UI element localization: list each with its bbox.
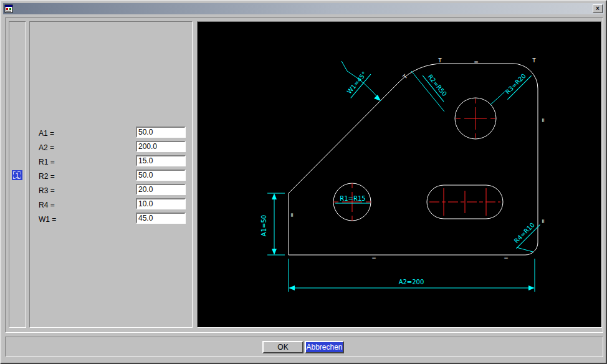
content-frame: 1 A1 = A2 = R1 = R2 = [5, 17, 603, 333]
dialog-window: × 1 A1 = A2 = R1 = R2 [0, 0, 607, 364]
parameter-rows: A1 = A2 = R1 = R2 = R3 = [30, 127, 192, 227]
r2-label: R2 = [39, 172, 55, 181]
r3-label: R3 = [39, 186, 55, 195]
dim-a1: A1=50 [260, 215, 267, 236]
equal-glyph: = [371, 254, 376, 261]
a2-label: A2 = [39, 143, 54, 152]
equal-glyph: = [289, 213, 295, 218]
w1-label: W1 = [39, 215, 56, 224]
param-row-r3: R3 = [30, 184, 192, 198]
a1-arrow-bottom [272, 249, 277, 255]
param-row-r4: R4 = [30, 198, 192, 213]
a1-arrow-top [272, 193, 277, 199]
page-tab-1[interactable]: 1 [12, 170, 22, 180]
r3-input[interactable] [136, 184, 186, 195]
app-icon [4, 4, 13, 13]
equal-glyph: = [474, 59, 479, 65]
a1-input[interactable] [136, 127, 186, 138]
plate-outline [289, 64, 538, 255]
tangent-glyph: T [532, 57, 536, 64]
r4-label: R4 = [39, 201, 55, 209]
cad-preview-drawing: A1=50 A2=200 W1=45° R2=R50 R3=R20 R1=R15… [198, 22, 601, 327]
equal-glyph: = [504, 254, 509, 261]
r2-input[interactable] [136, 170, 186, 181]
cancel-button[interactable]: Abbrechen [305, 341, 344, 353]
dim-r1: R1=R15 [340, 195, 365, 202]
equal-glyph: = [540, 219, 547, 224]
r1-label: R1 = [39, 158, 55, 166]
close-icon: × [596, 6, 600, 12]
param-row-r2: R2 = [30, 170, 192, 184]
r1-input[interactable] [136, 155, 186, 166]
param-row-r1: R1 = [30, 155, 192, 170]
tangent-glyph: T [401, 73, 409, 80]
w1-input[interactable] [136, 213, 186, 224]
dim-a2: A2=200 [399, 279, 424, 285]
param-row-w1: W1 = [30, 213, 192, 227]
dim-r3: R3=R20 [504, 72, 527, 95]
dimension-text-group: A1=50 A2=200 W1=45° R2=R50 R3=R20 R1=R15… [260, 70, 536, 290]
a1-label: A1 = [39, 129, 54, 138]
a2-arrow-right [528, 285, 535, 290]
r4-input[interactable] [136, 198, 186, 209]
button-bar: OK Abbrechen [5, 337, 603, 357]
ok-button[interactable]: OK [262, 341, 304, 353]
param-row-a2: A2 = [30, 141, 192, 155]
dim-r4: R4=R10 [513, 221, 536, 244]
equal-glyph: = [540, 118, 547, 123]
part-outline-group [289, 64, 538, 255]
parameter-form-panel: A1 = A2 = R1 = R2 = R3 = [29, 21, 193, 328]
page-selector-panel: 1 [9, 21, 26, 328]
centerline-group [333, 98, 500, 221]
titlebar: × [3, 3, 604, 14]
preview-panel: A1=50 A2=200 W1=45° R2=R50 R3=R20 R1=R15… [197, 21, 602, 328]
dimension-lines-group [267, 61, 540, 292]
a2-input[interactable] [136, 141, 186, 152]
param-row-a1: A1 = [30, 127, 192, 141]
a2-arrow-left [289, 285, 295, 290]
close-button[interactable]: × [593, 4, 603, 13]
w1-arrow [374, 95, 381, 101]
tangent-glyph: T [437, 57, 442, 64]
